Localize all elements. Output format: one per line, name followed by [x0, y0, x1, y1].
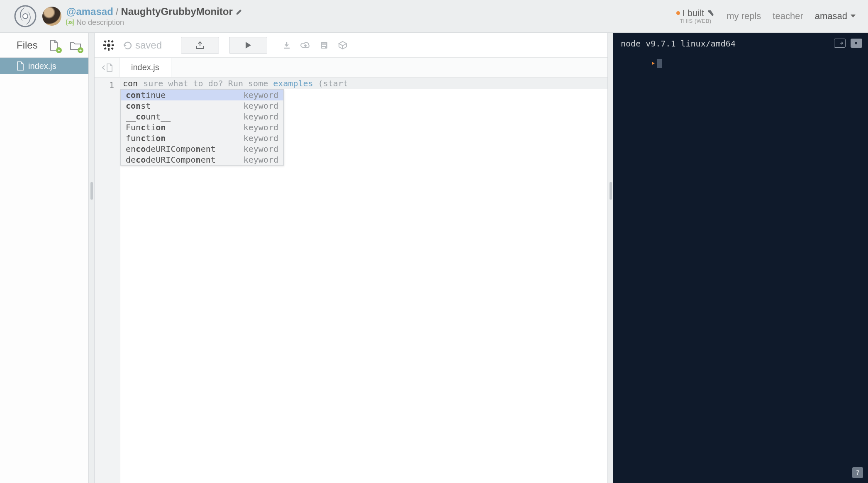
upload-button[interactable] — [300, 41, 310, 49]
teacher-link[interactable]: teacher — [773, 11, 803, 22]
hammer-icon — [707, 9, 715, 17]
line-gutter: 1 — [95, 78, 120, 483]
breadcrumb-username[interactable]: @amasad — [66, 6, 113, 17]
tab-history-button[interactable] — [95, 58, 119, 77]
autocomplete-item[interactable]: functionkeyword — [121, 133, 283, 144]
svg-rect-4 — [108, 48, 110, 51]
svg-rect-10 — [104, 47, 106, 49]
download-icon — [282, 41, 291, 50]
breadcrumb: @amasad/NaughtyGrubbyMonitor JS No descr… — [66, 6, 244, 27]
swirl-icon — [14, 5, 37, 27]
new-file-button[interactable]: + — [47, 38, 61, 52]
autocomplete-type: keyword — [244, 154, 278, 165]
code-line-1[interactable]: con sure what to do? Run some examples (… — [120, 78, 607, 89]
editor-column: saved — [89, 33, 613, 483]
account-menu[interactable]: amasad — [815, 11, 856, 22]
my-repls-link[interactable]: my repls — [727, 11, 761, 22]
svg-rect-6 — [112, 44, 114, 46]
format-button[interactable] — [319, 41, 329, 49]
terminal-clear-button[interactable] — [851, 39, 862, 48]
autocomplete-label: encodeURIComponent — [126, 144, 244, 154]
popout-icon — [836, 41, 843, 46]
user-avatar[interactable] — [42, 7, 61, 26]
svg-point-2 — [107, 44, 110, 47]
share-icon — [195, 41, 205, 49]
autocomplete-item[interactable]: Functionkeyword — [121, 122, 283, 133]
play-icon — [244, 41, 252, 49]
svg-rect-5 — [103, 44, 106, 46]
run-button[interactable] — [229, 37, 267, 54]
files-sidebar-header: Files + + — [0, 33, 88, 58]
i-built-this-link[interactable]: I built THIS (WEB) — [676, 8, 715, 24]
edit-title-icon[interactable] — [235, 7, 244, 16]
terminal-panel[interactable]: node v9.7.1 linux/amd64 ‣ ? — [613, 33, 868, 483]
cloud-upload-icon — [300, 41, 310, 49]
terminal-cursor-icon — [657, 59, 662, 68]
autocomplete-label: Function — [126, 122, 244, 133]
chevron-down-icon — [851, 15, 856, 17]
autocomplete-item[interactable]: continuekeyword — [121, 90, 283, 100]
share-button[interactable] — [181, 37, 219, 54]
new-folder-button[interactable]: + — [68, 38, 83, 52]
project-description[interactable]: No description — [76, 18, 124, 27]
backspace-icon — [853, 41, 859, 46]
terminal-prompt-line[interactable]: ‣ — [621, 49, 861, 78]
help-button[interactable]: ? — [852, 467, 863, 478]
status-dot-icon — [676, 11, 680, 15]
tab-indexjs[interactable]: index.js — [119, 58, 171, 77]
svg-point-1 — [23, 14, 28, 19]
plus-badge-icon: + — [78, 47, 83, 53]
code-editor[interactable]: 1 con sure what to do? Run some examples… — [95, 78, 607, 483]
splitter-handle-icon[interactable] — [610, 182, 612, 200]
files-sidebar: Files + + index.js — [0, 33, 89, 483]
right-splitter[interactable] — [607, 33, 613, 483]
editor-tabs: index.js — [95, 58, 607, 78]
files-title: Files — [17, 39, 38, 51]
plus-badge-icon: + — [56, 47, 62, 53]
editor-toolbar: saved — [95, 33, 607, 58]
autocomplete-type: keyword — [244, 100, 278, 111]
autocomplete-item[interactable]: encodeURIComponentkeyword — [121, 144, 283, 154]
settings-button[interactable] — [103, 39, 115, 51]
chevron-left-icon — [101, 65, 105, 71]
cube-icon — [338, 40, 348, 50]
packages-button[interactable] — [338, 40, 348, 50]
svg-rect-7 — [104, 40, 106, 42]
file-name: index.js — [28, 61, 56, 71]
autocomplete-type: keyword — [244, 111, 278, 122]
svg-rect-3 — [108, 40, 110, 42]
terminal-popout-button[interactable] — [834, 39, 846, 48]
file-item-indexjs[interactable]: index.js — [0, 58, 88, 74]
autocomplete-type: keyword — [244, 90, 278, 100]
autocomplete-item[interactable]: constkeyword — [121, 100, 283, 111]
main-area: Files + + index.js — [0, 33, 868, 483]
autocomplete-label: const — [126, 100, 244, 111]
file-icon — [106, 63, 113, 72]
left-splitter[interactable] — [89, 33, 95, 483]
autocomplete-label: function — [126, 133, 244, 144]
svg-rect-13 — [322, 45, 326, 46]
autocomplete-type: keyword — [244, 122, 278, 133]
autocomplete-label: decodeURIComponent — [126, 154, 244, 165]
terminal-output: node v9.7.1 linux/amd64 — [621, 39, 861, 49]
autocomplete-label: continue — [126, 90, 244, 100]
line-number: 1 — [95, 79, 120, 91]
autocomplete-item[interactable]: decodeURIComponentkeyword — [121, 154, 283, 165]
replit-logo[interactable] — [14, 5, 37, 27]
autocomplete-type: keyword — [244, 133, 278, 144]
file-icon — [17, 61, 24, 71]
saved-status: saved — [123, 39, 162, 51]
autocomplete-popup[interactable]: continuekeywordconstkeyword__count__keyw… — [120, 89, 284, 166]
document-lines-icon — [319, 41, 329, 49]
svg-rect-14 — [322, 47, 325, 48]
svg-rect-8 — [111, 47, 113, 49]
history-icon — [123, 40, 133, 50]
autocomplete-item[interactable]: __count__keyword — [121, 111, 283, 122]
svg-rect-9 — [111, 40, 113, 42]
splitter-handle-icon[interactable] — [90, 182, 93, 200]
svg-rect-12 — [322, 44, 326, 44]
breadcrumb-project[interactable]: NaughtyGrubbyMonitor — [121, 6, 232, 17]
autocomplete-label: __count__ — [126, 111, 244, 122]
download-button[interactable] — [282, 41, 291, 50]
language-badge-icon: JS — [66, 19, 74, 26]
